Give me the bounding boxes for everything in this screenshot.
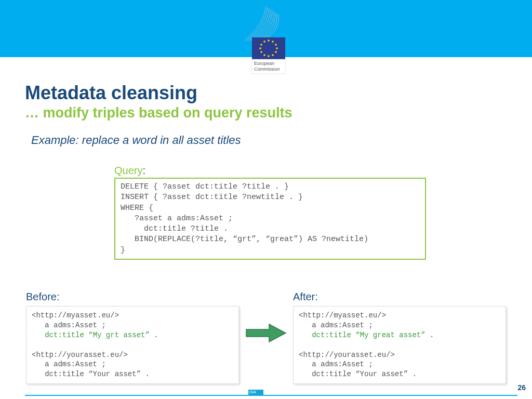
before-code-box: <http://myasset.eu/> a adms:Asset ; dct:… — [26, 306, 239, 384]
after-code-box: <http://myasset.eu/> a adms:Asset ; dct:… — [293, 306, 506, 384]
svg-point-4 — [276, 47, 278, 49]
logo-text-bottom: Commission — [254, 66, 280, 72]
query-label: Query: — [114, 165, 426, 177]
slide-title: Metadata cleansing — [25, 82, 507, 104]
svg-point-9 — [260, 51, 262, 53]
svg-point-12 — [263, 41, 265, 43]
svg-point-8 — [263, 54, 265, 56]
svg-point-7 — [268, 55, 270, 57]
svg-point-11 — [260, 44, 262, 46]
after-label: After: — [293, 291, 506, 303]
svg-point-2 — [272, 41, 274, 43]
ec-logo: European Commission — [237, 4, 295, 77]
svg-point-5 — [275, 51, 277, 53]
svg-point-10 — [259, 47, 261, 49]
isa-tag: ISA — [248, 390, 263, 395]
arrow-icon — [239, 291, 293, 344]
header-bar: European Commission — [0, 0, 532, 57]
svg-point-6 — [272, 54, 274, 56]
logo-text-top: European — [254, 61, 274, 66]
svg-point-1 — [268, 39, 270, 42]
footer-divider — [25, 395, 517, 396]
page-number: 26 — [517, 383, 526, 392]
before-label: Before: — [26, 291, 239, 303]
query-code-box: DELETE { ?asset dct:title ?title . } INS… — [114, 178, 426, 260]
svg-point-3 — [275, 44, 277, 46]
example-text: Example: replace a word in all asset tit… — [31, 134, 501, 147]
slide-subtitle: … modify triples based on query results — [25, 105, 507, 121]
svg-marker-14 — [246, 324, 286, 342]
